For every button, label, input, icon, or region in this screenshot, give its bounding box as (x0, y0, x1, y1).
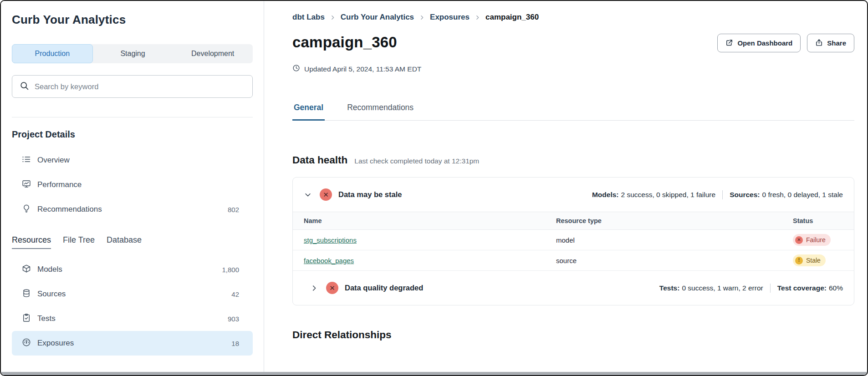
clock-icon (292, 64, 300, 74)
sidebar-item-label: Exposures (37, 339, 74, 348)
models-count: 1,800 (222, 266, 239, 274)
breadcrumb-exposures[interactable]: Exposures (430, 13, 470, 22)
updated-text: Updated April 5, 2024, 11:53 AM EDT (304, 65, 421, 73)
page-actions: Open Dashboard Share (717, 34, 854, 52)
clipboard-check-icon (22, 313, 31, 324)
recommendations-count: 802 (228, 206, 239, 213)
breadcrumb-account[interactable]: dbt Labs (292, 13, 325, 22)
tab-file-tree[interactable]: File Tree (63, 235, 95, 248)
x-icon: ✕ (795, 236, 803, 244)
data-health-title: Data health (292, 154, 347, 166)
sidebar-item-sources[interactable]: Sources 42 (12, 282, 253, 306)
data-health-header: Data health Last check completed today a… (292, 154, 854, 166)
sidebar: Curb Your Analytics Production Staging D… (1, 1, 264, 375)
stat-divider (722, 190, 723, 199)
exposures-count: 18 (231, 340, 239, 347)
data-health-table: Name Resource type Status stg_subscripti… (293, 212, 854, 271)
resources-nav: Models 1,800 Sources 42 Tests 903 (12, 257, 253, 356)
env-tab-production[interactable]: Production (12, 44, 93, 63)
table-row: stg_subscriptions model ✕ Failure (293, 230, 854, 250)
coverage-stat-value: 60% (829, 284, 843, 292)
main-content: dbt Labs Curb Your Analytics Exposures c… (264, 1, 867, 375)
x-icon: ✕ (323, 191, 329, 198)
page-title: campaign_360 (292, 34, 397, 51)
breadcrumb-current: campaign_360 (485, 13, 539, 22)
models-stat-value: 2 success, 0 skipped, 1 failure (621, 191, 716, 199)
env-tab-development[interactable]: Development (173, 44, 253, 63)
sidebar-item-models[interactable]: Models 1,800 (12, 257, 253, 282)
sources-count: 42 (231, 290, 239, 298)
column-header-status: Status (793, 217, 854, 224)
sidebar-item-label: Recommendations (37, 205, 102, 214)
status-badge-failure: ✕ Failure (793, 234, 831, 246)
x-icon: ✕ (329, 285, 335, 291)
open-dashboard-label: Open Dashboard (737, 39, 792, 47)
share-label: Share (827, 39, 846, 47)
status-badge-stale: ! Stale (793, 254, 826, 266)
sidebar-item-exposures[interactable]: Exposures 18 (12, 331, 253, 356)
env-tab-staging[interactable]: Staging (93, 44, 173, 63)
tests-stat-label: Tests: (659, 284, 680, 292)
status-badge-label: Failure (806, 236, 826, 244)
lightbulb-icon (22, 204, 31, 215)
performance-icon (22, 179, 31, 190)
direct-relationships-heading: Direct Relationships (292, 329, 854, 341)
sidebar-item-recommendations[interactable]: Recommendations 802 (12, 197, 253, 222)
tab-database[interactable]: Database (107, 235, 142, 248)
status-badge-label: Stale (806, 257, 821, 264)
external-link-icon (725, 39, 733, 48)
title-row: campaign_360 Open Dashboard Share (292, 34, 854, 52)
coverage-stat-label: Test coverage: (777, 284, 827, 292)
column-header-name: Name (293, 217, 556, 224)
table-row: facebook_pages source ! Stale (293, 250, 854, 271)
sidebar-item-label: Sources (37, 290, 66, 299)
open-dashboard-button[interactable]: Open Dashboard (717, 34, 801, 52)
gauge-icon (22, 338, 31, 349)
table-header-row: Name Resource type Status (293, 212, 854, 230)
error-status-icon: ✕ (326, 282, 338, 294)
models-stat-label: Models: (592, 191, 619, 199)
quality-group-stats: Tests: 0 success, 1 warn, 2 error Test c… (659, 284, 843, 293)
sidebar-item-label: Overview (37, 156, 70, 165)
stat-divider (770, 284, 771, 293)
resource-type-cell: source (556, 257, 793, 264)
window-bottom-edge (1, 372, 867, 375)
tab-resources[interactable]: Resources (12, 235, 51, 249)
stale-group-stats: Models: 2 success, 0 skipped, 1 failure … (592, 190, 843, 199)
list-icon (22, 155, 31, 166)
error-status-icon: ✕ (320, 188, 332, 201)
updated-timestamp: Updated April 5, 2024, 11:53 AM EDT (292, 64, 854, 74)
chevron-down-icon[interactable] (304, 191, 312, 199)
sidebar-divider (12, 117, 253, 117)
sources-stat-label: Sources: (730, 191, 760, 199)
chevron-right-icon (419, 15, 425, 20)
sidebar-item-tests[interactable]: Tests 903 (12, 306, 253, 331)
tab-recommendations[interactable]: Recommendations (346, 103, 415, 120)
breadcrumb-project[interactable]: Curb Your Analytics (341, 13, 414, 22)
tab-general[interactable]: General (292, 103, 325, 121)
sources-stat-value: 0 fresh, 0 delayed, 1 stale (762, 191, 843, 199)
search-box[interactable] (12, 75, 253, 98)
sidebar-item-overview[interactable]: Overview (12, 148, 253, 173)
project-details-nav: Overview Performance Recommendations 802 (12, 148, 253, 222)
sidebar-item-label: Models (37, 265, 62, 274)
share-icon (815, 39, 823, 48)
sidebar-item-performance[interactable]: Performance (12, 173, 253, 197)
project-details-heading: Project Details (12, 129, 253, 140)
chevron-right-icon (330, 15, 336, 20)
resource-type-cell: model (556, 236, 793, 244)
last-check-text: Last check completed today at 12:31pm (354, 157, 479, 165)
chevron-right-icon[interactable] (310, 284, 318, 292)
search-input[interactable] (35, 82, 245, 91)
cube-icon (22, 264, 31, 275)
resource-link[interactable]: facebook_pages (304, 257, 354, 264)
database-icon (22, 289, 31, 300)
page-tabs: General Recommendations (292, 103, 854, 121)
resource-view-tabs: Resources File Tree Database (12, 235, 253, 249)
stale-group-row[interactable]: ✕ Data may be stale Models: 2 success, 0… (293, 178, 854, 212)
resource-link[interactable]: stg_subscriptions (304, 236, 357, 244)
sidebar-item-label: Performance (37, 180, 82, 189)
chevron-right-icon (475, 15, 480, 20)
quality-group-row[interactable]: ✕ Data quality degraded Tests: 0 success… (293, 271, 854, 305)
share-button[interactable]: Share (807, 34, 854, 52)
